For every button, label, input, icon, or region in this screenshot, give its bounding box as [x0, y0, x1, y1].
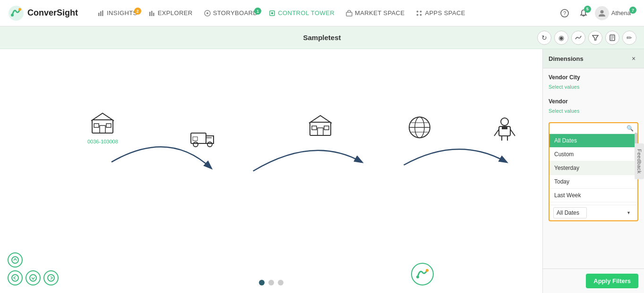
- zoom-right-button[interactable]: [43, 270, 59, 285]
- vendor-label: Vendor: [549, 98, 638, 105]
- watermark-logo: [411, 263, 434, 285]
- right-circle-icon: [47, 274, 55, 282]
- doc-icon: [609, 34, 616, 41]
- zoom-down-button[interactable]: [26, 270, 41, 285]
- target-button[interactable]: ◉: [554, 31, 568, 45]
- zoom-left-button[interactable]: [8, 270, 23, 285]
- svg-point-50: [12, 257, 18, 263]
- help-button[interactable]: ?: [557, 6, 572, 21]
- vendor-city-select-link[interactable]: Select values: [549, 84, 579, 90]
- nav-item-apps-space[interactable]: APPS SPACE: [411, 7, 470, 19]
- dot-2[interactable]: [268, 280, 274, 285]
- vendor-select-link[interactable]: Select values: [549, 108, 579, 114]
- svg-rect-7: [151, 11, 153, 16]
- svg-point-52: [30, 275, 36, 281]
- date-select-row: All Dates Custom Yesterday Today Last We…: [550, 205, 637, 220]
- apply-filters-button[interactable]: Apply Filters: [586, 274, 638, 288]
- nav-item-control-tower[interactable]: CONTROL TOWER: [264, 7, 339, 19]
- svg-point-2: [18, 8, 21, 11]
- warehouse1-label: 0036-103008: [87, 139, 118, 144]
- svg-rect-29: [191, 133, 206, 143]
- filter-icon: [592, 34, 599, 41]
- nav-item-market-space[interactable]: MARKET SPACE: [341, 7, 409, 19]
- svg-rect-13: [346, 12, 352, 16]
- dimension-vendor-city: Vendor City Select values: [549, 74, 638, 91]
- nav-item-insights[interactable]: INSIGHTS 2: [93, 7, 142, 19]
- nav-item-storyboard[interactable]: STORYBOARD 1: [199, 7, 263, 19]
- svg-line-45: [494, 129, 499, 136]
- svg-rect-36: [312, 126, 317, 130]
- svg-rect-8: [153, 13, 155, 16]
- svg-rect-49: [502, 126, 507, 129]
- node-globe: [406, 114, 433, 141]
- doc-button[interactable]: [605, 31, 619, 45]
- svg-point-20: [600, 10, 603, 13]
- panel-header: Dimensions ×: [543, 49, 644, 68]
- panel-close-button[interactable]: ×: [629, 54, 638, 63]
- warehouse2-icon: [307, 113, 334, 139]
- user-badge: 7: [629, 7, 636, 14]
- filter-button[interactable]: [588, 31, 602, 45]
- truck-icon: [189, 125, 215, 151]
- date-dropdown-container: 🔍 All Dates Custom Yesterday Today Last …: [549, 122, 638, 221]
- feedback-tab[interactable]: Feedback: [635, 143, 644, 179]
- svg-point-54: [416, 276, 419, 278]
- search-icon: 🔍: [627, 125, 634, 132]
- logo-text: ConverSight: [27, 8, 78, 18]
- date-options-list: All Dates Custom Yesterday Today Last We…: [550, 134, 637, 205]
- worker-icon: [491, 115, 518, 142]
- date-option-custom[interactable]: Custom: [550, 148, 637, 161]
- dot-3[interactable]: [278, 280, 283, 285]
- right-panel: Dimensions × Vendor City Select values V…: [542, 49, 644, 293]
- svg-rect-35: [318, 128, 323, 135]
- notifications-button[interactable]: 5: [576, 6, 591, 21]
- zoom-up-button[interactable]: [8, 252, 23, 268]
- svg-rect-6: [149, 12, 151, 16]
- bar-chart2-icon: [149, 10, 155, 17]
- user-area[interactable]: Athena 7: [595, 6, 636, 20]
- edit-button[interactable]: ✏: [622, 31, 636, 45]
- svg-point-10: [206, 12, 208, 14]
- panel-body: Vendor City Select values Vendor Select …: [543, 68, 644, 268]
- node-warehouse1: 0036-103008: [87, 110, 118, 144]
- refresh-button[interactable]: ↻: [537, 31, 551, 45]
- subheader-actions: ↻ ◉ ✏: [537, 31, 636, 45]
- date-select[interactable]: All Dates Custom Yesterday Today Last We…: [553, 207, 587, 218]
- svg-point-14: [417, 10, 419, 12]
- storyboard-badge: 1: [254, 8, 261, 15]
- globe-icon: [406, 114, 433, 141]
- svg-point-30: [193, 142, 198, 147]
- zoom-row: [8, 270, 59, 285]
- user-avatar-icon: [595, 6, 609, 20]
- nav-label-insights: INSIGHTS: [107, 9, 137, 17]
- trend-icon: [575, 34, 582, 41]
- date-option-today[interactable]: Today: [550, 175, 637, 189]
- dot-1[interactable]: [259, 280, 265, 285]
- node-warehouse2: [307, 113, 334, 139]
- date-search-input[interactable]: [553, 125, 627, 132]
- logo-icon: [8, 5, 25, 22]
- apps-icon: [416, 10, 422, 17]
- svg-text:?: ?: [563, 10, 566, 16]
- svg-point-55: [426, 269, 429, 272]
- date-option-last-week[interactable]: Last Week: [550, 189, 637, 202]
- svg-rect-12: [271, 12, 273, 14]
- date-option-all-dates[interactable]: All Dates: [550, 134, 637, 148]
- logo-area[interactable]: ConverSight: [8, 5, 78, 22]
- svg-point-51: [12, 275, 18, 281]
- nav-item-explorer[interactable]: EXPLORER: [144, 7, 197, 19]
- svg-point-15: [420, 10, 422, 12]
- up-circle-icon: [11, 256, 19, 264]
- svg-point-43: [501, 118, 508, 126]
- date-option-yesterday[interactable]: Yesterday: [550, 161, 637, 175]
- node-person: [491, 115, 518, 142]
- vendor-city-label: Vendor City: [549, 74, 638, 81]
- nav-label-control-tower: CONTROL TOWER: [278, 9, 335, 17]
- insights-badge: 2: [134, 8, 141, 15]
- svg-line-46: [510, 129, 515, 136]
- svg-rect-26: [100, 126, 105, 133]
- trend-button[interactable]: [571, 31, 585, 45]
- warehouse1-icon: [89, 110, 116, 137]
- node-truck: [189, 125, 215, 151]
- down-circle-icon: [29, 274, 37, 282]
